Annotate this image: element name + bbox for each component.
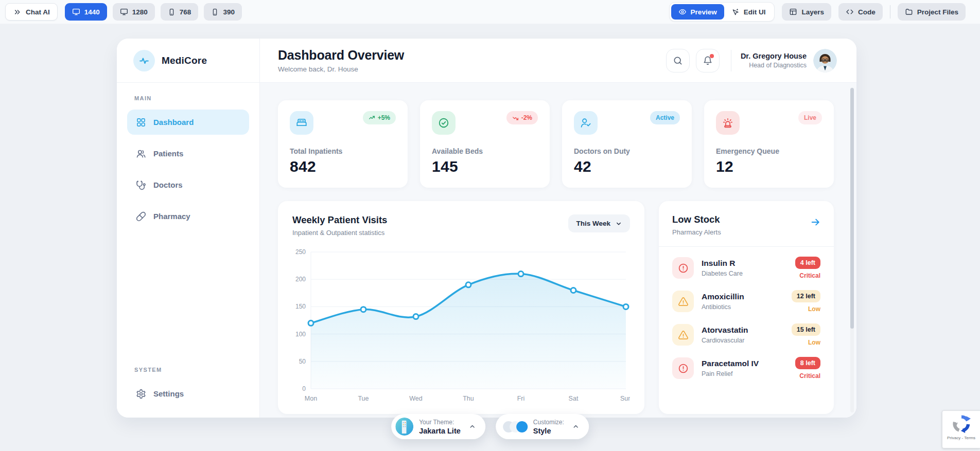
stat-value: 12 bbox=[716, 158, 822, 175]
project-files-label: Project Files bbox=[917, 8, 958, 16]
alert-circle-icon bbox=[672, 357, 694, 379]
stat-value: 145 bbox=[432, 158, 538, 175]
stock-name: Amoxicillin bbox=[702, 292, 744, 301]
brand-name: MediCore bbox=[162, 55, 207, 66]
dashboard-content: +5% Total Inpatients 842 -2% bbox=[260, 83, 856, 418]
stat-card-available-beds[interactable]: -2% Available Beds 145 bbox=[420, 100, 550, 188]
svg-text:50: 50 bbox=[299, 358, 306, 365]
stock-name: Paracetamol IV bbox=[702, 359, 759, 368]
app-main: Dashboard Overview Welcome back, Dr. Hou… bbox=[260, 39, 856, 418]
stock-item-paracetamol-iv[interactable]: Paracetamol IV Pain Relief 8 left Critic… bbox=[672, 357, 820, 380]
layout-icon bbox=[789, 8, 797, 16]
stats-row: +5% Total Inpatients 842 -2% bbox=[278, 100, 834, 188]
monitor-icon bbox=[72, 8, 80, 16]
header-divider bbox=[731, 50, 731, 71]
svg-text:Fri: Fri bbox=[517, 395, 525, 402]
user-check-icon bbox=[574, 111, 598, 135]
svg-text:Sun: Sun bbox=[620, 395, 630, 402]
status-badge: Active bbox=[650, 111, 680, 124]
stock-item-amoxicillin[interactable]: Amoxicillin Antibiotics 12 left Low bbox=[672, 290, 820, 313]
trend-badge: +5% bbox=[363, 111, 396, 124]
recaptcha-logo-icon bbox=[952, 414, 971, 433]
code-button[interactable]: Code bbox=[838, 3, 883, 21]
sidebar-item-label: Dashboard bbox=[153, 118, 194, 127]
builder-float-bar: Your Theme: Jakarta Lite Customize: Styl… bbox=[391, 414, 589, 439]
breakpoint-390-button[interactable]: 390 bbox=[204, 3, 242, 21]
cursor-sparkle-icon bbox=[731, 8, 740, 16]
stat-value: 842 bbox=[290, 158, 396, 175]
range-select-value: This Week bbox=[576, 220, 610, 227]
svg-text:200: 200 bbox=[295, 276, 306, 283]
gear-icon bbox=[136, 389, 146, 399]
sidebar-item-patients[interactable]: Patients bbox=[127, 141, 249, 166]
mode-segmented-control: Preview Edit UI bbox=[669, 2, 775, 22]
folder-icon bbox=[905, 8, 913, 16]
breakpoint-1280-button[interactable]: 1280 bbox=[113, 3, 155, 21]
builder-toolbar: Chat AI 1440 1280 768 390 bbox=[0, 0, 980, 24]
stat-label: Available Beds bbox=[432, 147, 538, 155]
stat-label: Emergency Queue bbox=[716, 147, 822, 155]
arrow-right-icon[interactable] bbox=[810, 217, 820, 227]
app-sidebar: MediCore MAIN Dashboard Patients Doctors… bbox=[117, 39, 260, 418]
code-label: Code bbox=[858, 8, 876, 16]
sidebar-item-doctors[interactable]: Doctors bbox=[127, 172, 249, 197]
pill-icon bbox=[136, 211, 146, 222]
theme-pill[interactable]: Your Theme: Jakarta Lite bbox=[391, 414, 485, 439]
page-subtitle: Welcome back, Dr. House bbox=[278, 65, 404, 73]
recaptcha-badge[interactable]: Privacy - Terms bbox=[942, 410, 980, 448]
preview-mode-button[interactable]: Preview bbox=[671, 4, 724, 20]
nav-section-system: SYSTEM bbox=[134, 367, 249, 373]
sidebar-item-dashboard[interactable]: Dashboard bbox=[127, 110, 249, 135]
project-files-button[interactable]: Project Files bbox=[898, 3, 966, 21]
monitor-icon bbox=[120, 8, 128, 16]
svg-text:250: 250 bbox=[295, 248, 306, 256]
stat-card-total-inpatients[interactable]: +5% Total Inpatients 842 bbox=[278, 100, 408, 188]
code-icon bbox=[846, 8, 854, 16]
stock-status: Low bbox=[792, 305, 820, 313]
stock-category: Cardiovascular bbox=[702, 337, 748, 344]
search-button[interactable] bbox=[666, 49, 690, 73]
scrollbar-thumb[interactable] bbox=[850, 88, 854, 329]
stock-item-insulin-r[interactable]: Insulin R Diabetes Care 4 left Critical bbox=[672, 257, 820, 279]
trend-badge: -2% bbox=[506, 111, 538, 124]
layers-button[interactable]: Layers bbox=[782, 3, 831, 21]
sidebar-item-label: Doctors bbox=[153, 181, 183, 189]
preview-label: Preview bbox=[691, 8, 717, 16]
notifications-button[interactable] bbox=[696, 49, 720, 73]
breakpoint-label: 1440 bbox=[84, 8, 100, 16]
status-badge: Live bbox=[798, 111, 822, 124]
sidebar-item-settings[interactable]: Settings bbox=[127, 381, 249, 406]
customize-value: Style bbox=[533, 427, 564, 435]
low-stock-card: Low Stock Pharmacy Alerts bbox=[659, 201, 834, 414]
edit-ui-mode-button[interactable]: Edit UI bbox=[724, 4, 773, 20]
breakpoint-1440-button[interactable]: 1440 bbox=[65, 3, 107, 21]
stat-label: Total Inpatients bbox=[290, 147, 396, 155]
preview-scrollbar[interactable] bbox=[850, 87, 854, 412]
low-stock-title: Low Stock bbox=[672, 214, 721, 225]
brand-row: MediCore bbox=[117, 39, 259, 83]
svg-text:150: 150 bbox=[295, 303, 306, 310]
sidebar-item-label: Patients bbox=[153, 149, 183, 158]
recaptcha-privacy-terms[interactable]: Privacy - Terms bbox=[947, 436, 975, 440]
sidebar-item-pharmacy[interactable]: Pharmacy bbox=[127, 204, 249, 229]
eye-icon bbox=[678, 8, 687, 16]
stock-category: Antibiotics bbox=[702, 303, 744, 311]
style-dots-icon bbox=[503, 421, 528, 432]
chat-ai-button[interactable]: Chat AI bbox=[5, 3, 58, 21]
breakpoint-768-button[interactable]: 768 bbox=[161, 3, 199, 21]
range-select[interactable]: This Week bbox=[568, 214, 630, 232]
nav-spacer bbox=[127, 235, 249, 367]
stat-card-doctors-on-duty[interactable]: Active Doctors on Duty 42 bbox=[562, 100, 692, 188]
qty-badge: 8 left bbox=[795, 357, 820, 369]
pulse-logo-icon bbox=[133, 50, 155, 71]
stat-card-emergency-queue[interactable]: Live Emergency Queue 12 bbox=[704, 100, 834, 188]
edit-ui-label: Edit UI bbox=[744, 8, 766, 16]
users-icon bbox=[136, 149, 146, 159]
chart-title: Weekly Patient Visits bbox=[292, 214, 387, 226]
stat-label: Doctors on Duty bbox=[574, 147, 680, 155]
breakpoint-label: 768 bbox=[180, 8, 191, 16]
stock-item-atorvastatin[interactable]: Atorvastatin Cardiovascular 15 left Low bbox=[672, 323, 820, 346]
customize-label: Customize: bbox=[533, 419, 564, 426]
user-profile[interactable]: Dr. Gregory House Head of Diagnostics bbox=[741, 49, 837, 73]
customize-pill[interactable]: Customize: Style bbox=[496, 414, 589, 439]
